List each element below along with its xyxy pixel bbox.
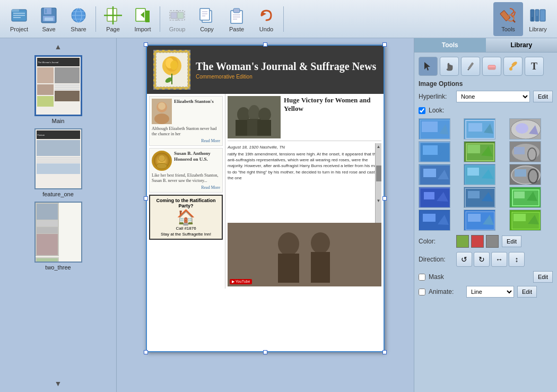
main-article-header: Huge Victory for Women and Yellow [228, 96, 381, 141]
page-thumb-main[interactable]: The Woman's Journal [4, 55, 112, 124]
handle-tl[interactable] [144, 42, 148, 47]
svg-rect-2 [13, 13, 25, 14]
page-thumb-feature-one[interactable]: Feature feature_one [4, 128, 112, 197]
undo-button[interactable]: Undo [251, 2, 281, 36]
main-headline-block: Huge Victory for Women and Yellow [284, 96, 381, 138]
share-button[interactable]: Share [64, 2, 93, 36]
img-option-1[interactable] [419, 118, 450, 140]
handle-tm[interactable] [263, 42, 267, 47]
mask-checkbox[interactable] [419, 274, 425, 281]
svg-rect-108 [424, 192, 434, 199]
flip-h-btn[interactable]: ↔ [491, 252, 507, 267]
library-label: Library [529, 26, 547, 32]
img-option-2[interactable] [464, 118, 495, 140]
article-anthony-readmore[interactable]: Read More [152, 185, 220, 190]
paste-label: Paste [229, 26, 244, 32]
group-button[interactable]: Group [162, 2, 192, 36]
flip-v-btn[interactable]: ↕ [509, 252, 525, 267]
color-edit-btn[interactable]: Edit [502, 236, 521, 247]
svg-rect-68 [278, 254, 299, 283]
project-button[interactable]: Project [4, 2, 34, 36]
handle-br[interactable] [382, 350, 387, 354]
article-scrollbar[interactable]: ▲ ▼ [375, 143, 381, 223]
color-swatch-red[interactable] [471, 235, 484, 248]
handle-mr[interactable] [382, 196, 387, 201]
text-tool-btn[interactable]: T [525, 57, 544, 76]
svg-point-76 [509, 67, 512, 71]
hyperlink-edit-btn[interactable]: Edit [533, 91, 553, 102]
copy-button[interactable]: Copy [192, 2, 222, 36]
img-option-11[interactable] [464, 187, 495, 208]
color-row: Color: Edit [419, 235, 553, 248]
hand-tool-btn[interactable] [440, 57, 459, 76]
undo-icon [257, 6, 276, 25]
paste-button[interactable]: Paste [222, 2, 251, 36]
img-option-4[interactable] [419, 141, 450, 162]
svg-rect-88 [423, 145, 438, 155]
handle-ml[interactable] [144, 196, 148, 201]
select-tool-btn[interactable] [419, 57, 438, 76]
page-button[interactable]: Page [98, 2, 128, 36]
img-option-5[interactable] [464, 141, 495, 162]
svg-rect-42 [532, 17, 533, 21]
img-option-14[interactable] [464, 210, 495, 231]
animate-edit-btn[interactable]: Edit [517, 286, 537, 298]
scroll-up-btn[interactable]: ▲ [4, 42, 112, 51]
thumb-main-img[interactable]: The Woman's Journal [34, 55, 82, 116]
rotate-left-btn[interactable]: ↺ [456, 252, 472, 267]
animate-checkbox[interactable] [419, 289, 425, 295]
svg-rect-43 [536, 16, 538, 21]
import-button[interactable]: Import [128, 2, 158, 36]
hyperlink-select[interactable]: None [456, 91, 530, 102]
img-option-15[interactable] [509, 210, 541, 231]
thumb-feature-img[interactable]: Feature [34, 128, 82, 189]
handle-tr[interactable] [382, 42, 387, 47]
pencil-tool-btn[interactable] [461, 57, 480, 76]
img-option-12[interactable] [509, 187, 541, 208]
page-subtitle: Commemorative Edition [196, 74, 376, 80]
color-swatch-green[interactable] [456, 235, 469, 248]
party-title: Coming to the Ratification Party? [152, 198, 220, 208]
img-option-10[interactable] [419, 187, 450, 208]
copy-icon [197, 6, 216, 25]
svg-rect-82 [468, 123, 482, 132]
svg-rect-94 [514, 147, 525, 154]
look-checkbox[interactable] [419, 107, 425, 114]
svg-point-69 [311, 232, 330, 254]
img-option-8[interactable] [464, 164, 495, 185]
handle-bl[interactable] [144, 350, 148, 354]
svg-rect-63 [236, 120, 249, 136]
toolbar-sep-2 [160, 6, 160, 32]
canvas-wrapper: The Woman's Journal & Suffrage News Comm… [146, 45, 385, 352]
thumb-twothree-img[interactable] [34, 202, 82, 263]
img-option-13[interactable] [419, 210, 450, 231]
scrollbar-thumb[interactable] [376, 165, 381, 181]
page-thumb-two-three[interactable]: two_three [4, 202, 112, 271]
page-canvas: The Woman's Journal & Suffrage News Comm… [146, 45, 385, 352]
scroll-down-btn[interactable]: ▼ [4, 379, 112, 388]
rotate-right-btn[interactable]: ↻ [474, 252, 490, 267]
mask-edit-btn[interactable]: Edit [533, 271, 553, 283]
canvas-area: The Woman's Journal & Suffrage News Comm… [117, 38, 414, 392]
tools-button[interactable]: Tools [493, 2, 523, 36]
svg-marker-71 [424, 62, 430, 71]
svg-point-53 [154, 114, 169, 124]
tools-content: T Image Options Hyperlink: None Edit Loo… [414, 53, 557, 305]
library-button[interactable]: Library [523, 2, 553, 36]
img-option-6[interactable] [509, 141, 541, 162]
tab-tools[interactable]: Tools [414, 38, 486, 52]
animate-select[interactable]: Line [466, 286, 514, 298]
tab-library[interactable]: Library [486, 38, 558, 52]
img-option-7[interactable] [419, 164, 450, 185]
save-button[interactable]: Save [34, 2, 64, 36]
color-swatch-gray[interactable] [486, 235, 499, 248]
paint-tool-btn[interactable] [503, 57, 523, 76]
svg-rect-75 [488, 67, 495, 69]
img-option-3[interactable] [509, 118, 541, 140]
article-stanton-readmore[interactable]: Read More [152, 138, 220, 143]
eraser-tool-btn[interactable] [482, 57, 501, 76]
handle-bm[interactable] [263, 350, 267, 354]
svg-rect-3 [13, 15, 25, 16]
party-box: Coming to the Ratification Party? 🏠 Call… [149, 195, 223, 240]
img-option-9[interactable] [509, 164, 541, 185]
